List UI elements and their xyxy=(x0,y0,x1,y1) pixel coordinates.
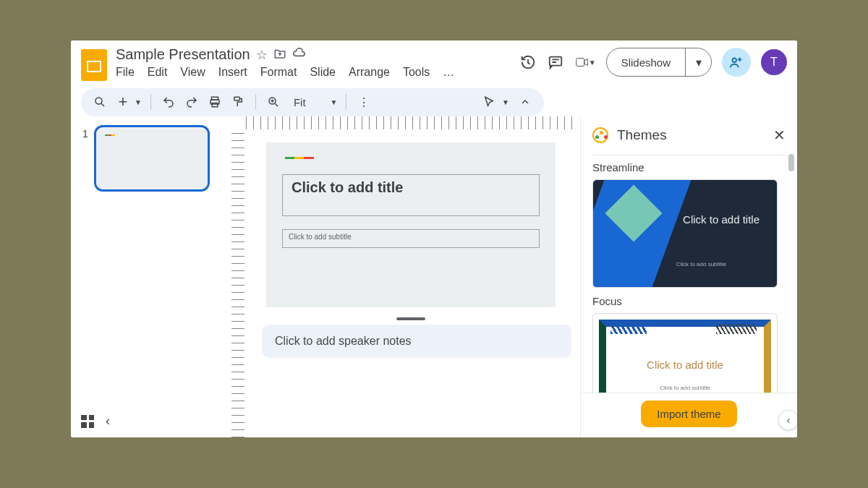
comments-icon[interactable] xyxy=(547,53,564,71)
theme-card-streamline[interactable]: Click to add title Click to add subtitle xyxy=(592,179,778,288)
open-side-panel-icon[interactable]: ‹ xyxy=(778,410,797,430)
menu-edit[interactable]: Edit xyxy=(148,66,168,79)
scrollbar-thumb[interactable] xyxy=(788,154,794,171)
print-icon[interactable] xyxy=(206,93,224,111)
themes-panel-title: Themes xyxy=(617,127,765,143)
share-button[interactable] xyxy=(722,48,751,77)
speaker-notes-drag-handle[interactable] xyxy=(396,317,425,320)
menu-more[interactable]: … xyxy=(443,66,454,79)
meet-button[interactable]: ▼ xyxy=(574,54,596,70)
hatch-decor-icon xyxy=(610,324,647,334)
menu-view[interactable]: View xyxy=(180,66,205,79)
menu-arrange[interactable]: Arrange xyxy=(349,66,390,79)
hatch-decor-icon xyxy=(716,324,757,334)
zoom-label-text: Fit xyxy=(294,96,306,108)
zoom-in-icon[interactable] xyxy=(265,93,282,111)
chevron-down-icon: ▼ xyxy=(589,59,596,67)
menu-insert[interactable]: Insert xyxy=(218,66,247,79)
account-avatar[interactable]: T xyxy=(761,49,787,75)
title-placeholder[interactable]: Click to add title xyxy=(282,174,540,216)
themes-panel: Themes ✕ Streamline Click to add title C… xyxy=(580,116,797,437)
slideshow-dropdown[interactable]: ▾ xyxy=(685,48,711,76)
ruler-horizontal xyxy=(246,116,576,129)
cloud-status-icon[interactable] xyxy=(292,46,307,63)
svg-rect-7 xyxy=(234,98,240,101)
bottom-left-controls: ‹ xyxy=(81,414,110,429)
paint-format-icon[interactable] xyxy=(229,93,247,111)
themes-divider xyxy=(592,155,786,155)
topbar: Sample Presentation ☆ File Edit View Ins… xyxy=(71,40,797,81)
slideshow-split-button: Slideshow ▾ xyxy=(606,48,712,77)
svg-point-2 xyxy=(733,59,737,63)
theme-subtitle-placeholder: Click to add subtitle xyxy=(593,385,777,391)
close-icon[interactable]: ✕ xyxy=(773,127,786,144)
slide-thumbnail[interactable] xyxy=(94,125,210,192)
workspace: 1 Click to add title Click to add subtit… xyxy=(71,116,797,437)
collapse-toolbar-icon[interactable] xyxy=(516,93,534,111)
menu-format[interactable]: Format xyxy=(260,66,297,79)
speaker-notes[interactable]: Click to add speaker notes xyxy=(262,325,571,358)
redo-icon[interactable] xyxy=(183,93,200,111)
theme-subtitle-placeholder: Click to add subtitle xyxy=(676,261,726,267)
slide-number: 1 xyxy=(82,125,88,429)
google-slides-app: Sample Presentation ☆ File Edit View Ins… xyxy=(71,40,797,437)
menu-tools[interactable]: Tools xyxy=(403,66,430,79)
slides-logo-icon[interactable] xyxy=(81,49,107,81)
menubar: File Edit View Insert Format Slide Arran… xyxy=(116,66,511,79)
slideshow-button[interactable]: Slideshow xyxy=(607,48,685,76)
star-icon[interactable]: ☆ xyxy=(256,48,268,61)
move-folder-icon[interactable] xyxy=(273,47,286,62)
canvas-area: Click to add title Click to add subtitle… xyxy=(230,116,580,437)
svg-rect-0 xyxy=(549,57,561,66)
more-tools-icon[interactable]: ⋮ xyxy=(355,93,373,111)
theme-name-label: Focus xyxy=(592,295,786,307)
collapse-filmstrip-icon[interactable]: ‹ xyxy=(106,414,110,429)
document-title[interactable]: Sample Presentation xyxy=(116,46,250,63)
zoom-chevron-icon[interactable]: ▼ xyxy=(331,98,338,106)
theme-card-focus[interactable]: Click to add title Click to add subtitle xyxy=(592,313,778,393)
subtitle-placeholder[interactable]: Click to add subtitle xyxy=(282,229,540,248)
cursor-dropdown[interactable]: ▼ xyxy=(502,98,509,106)
undo-icon[interactable] xyxy=(160,93,177,111)
history-icon[interactable] xyxy=(519,53,537,71)
theme-accent-bar xyxy=(285,157,314,159)
search-menus-icon[interactable] xyxy=(91,93,109,111)
slide-canvas[interactable]: Click to add title Click to add subtitle xyxy=(266,142,556,307)
cursor-tool-icon[interactable] xyxy=(480,93,498,111)
menu-slide[interactable]: Slide xyxy=(310,66,336,79)
import-theme-button[interactable]: Import theme xyxy=(641,401,736,427)
theme-name-label: Streamline xyxy=(592,161,786,174)
palette-icon xyxy=(592,127,608,143)
toolbar: + ▼ Fit ▼ ⋮ ▼ xyxy=(81,88,544,116)
theme-title-placeholder: Click to add title xyxy=(683,213,760,226)
grid-view-icon[interactable] xyxy=(81,415,94,428)
zoom-dropdown[interactable]: Fit xyxy=(288,96,312,108)
new-slide-dropdown[interactable]: ▼ xyxy=(135,98,142,106)
menu-file[interactable]: File xyxy=(116,66,135,79)
new-slide-icon[interactable]: + xyxy=(114,93,132,111)
svg-rect-1 xyxy=(576,59,584,67)
svg-point-3 xyxy=(95,98,102,104)
theme-title-placeholder: Click to add title xyxy=(593,359,777,371)
filmstrip: 1 xyxy=(71,116,230,437)
